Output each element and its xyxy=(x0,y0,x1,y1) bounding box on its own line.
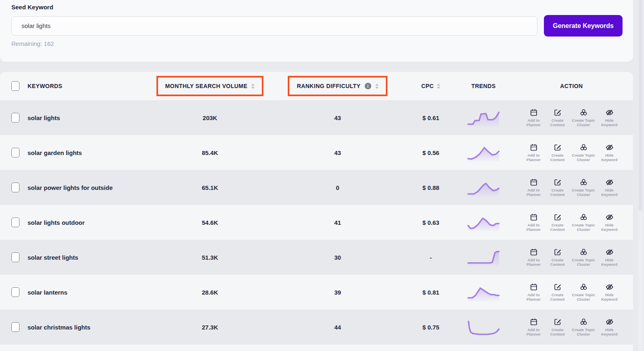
edit-icon xyxy=(554,108,562,116)
seed-keyword-label: Seed Keyword xyxy=(11,4,623,11)
create-content-button[interactable]: Create Content xyxy=(548,213,567,232)
trend-sparkline xyxy=(467,179,500,196)
add-to-planner-button[interactable]: Add to Planner xyxy=(524,143,543,162)
hide-keyword-button[interactable]: Hide Keyword xyxy=(600,213,619,232)
create-topic-cluster-button[interactable]: Create Topic Cluster xyxy=(572,248,595,267)
table-row: solar christmas lights 27.3K 44 $ 0.75 xyxy=(0,310,633,345)
edit-icon xyxy=(554,178,562,186)
keywords-table: KEYWORDS MONTHLY SEARCH VOLUME RANKING D… xyxy=(0,72,633,351)
info-icon[interactable]: i xyxy=(365,83,371,89)
table-row: solar lights outdoor 54.6K 41 $ 0.63 xyxy=(0,205,633,240)
ranking-difficulty-value: 0 xyxy=(336,184,339,191)
keyword-label: solar lights outdoor xyxy=(28,219,85,226)
eye-off-icon xyxy=(605,318,614,326)
row-checkbox[interactable] xyxy=(11,287,19,297)
row-checkbox[interactable] xyxy=(11,183,19,192)
cluster-icon xyxy=(580,213,588,221)
hide-keyword-button[interactable]: Hide Keyword xyxy=(600,143,619,162)
create-topic-cluster-button[interactable]: Create Topic Cluster xyxy=(572,283,595,302)
edit-icon xyxy=(554,318,562,326)
create-topic-cluster-button[interactable]: Create Topic Cluster xyxy=(572,178,595,197)
row-checkbox[interactable] xyxy=(11,148,19,157)
eye-off-icon xyxy=(605,213,614,221)
trend-sparkline xyxy=(467,283,500,301)
create-content-button[interactable]: Create Content xyxy=(548,283,567,302)
create-topic-cluster-button[interactable]: Create Topic Cluster xyxy=(572,108,595,127)
row-checkbox[interactable] xyxy=(11,322,19,332)
create-content-button[interactable]: Create Content xyxy=(548,318,567,337)
calendar-icon xyxy=(530,178,538,186)
monthly-search-volume-column-header[interactable]: MONTHLY SEARCH VOLUME xyxy=(156,76,264,96)
row-checkbox[interactable] xyxy=(11,217,19,227)
seed-keyword-input[interactable]: solar lights xyxy=(11,16,537,36)
add-to-planner-button[interactable]: Add to Planner xyxy=(524,178,543,197)
table-row: solar lights 203K 43 $ 0.61 xyxy=(0,100,633,135)
trend-sparkline xyxy=(467,213,500,231)
vertical-scrollbar[interactable] xyxy=(638,0,643,351)
sort-icon[interactable] xyxy=(437,84,440,89)
keyword-label: solar power lights for outside xyxy=(28,184,113,191)
edit-icon xyxy=(554,283,562,291)
ranking-difficulty-column-header[interactable]: RANKING DIFFICULTY i xyxy=(288,76,387,96)
monthly-search-volume-value: 85.4K xyxy=(202,149,218,156)
cpc-value: - xyxy=(430,254,432,261)
table-body: solar lights 203K 43 $ 0.61 xyxy=(0,100,633,345)
row-checkbox[interactable] xyxy=(11,113,19,123)
create-topic-cluster-button[interactable]: Create Topic Cluster xyxy=(572,143,595,162)
hide-keyword-button[interactable]: Hide Keyword xyxy=(600,108,619,127)
edit-icon xyxy=(554,213,562,221)
hide-keyword-button[interactable]: Hide Keyword xyxy=(600,178,619,197)
keyword-label: solar street lights xyxy=(28,254,78,261)
calendar-icon xyxy=(530,143,538,151)
monthly-search-volume-value: 27.3K xyxy=(202,324,218,331)
add-to-planner-button[interactable]: Add to Planner xyxy=(524,248,543,267)
cluster-icon xyxy=(580,178,588,186)
create-content-button[interactable]: Create Content xyxy=(548,248,567,267)
edit-icon xyxy=(554,248,562,256)
row-checkbox[interactable] xyxy=(11,252,19,262)
hide-keyword-button[interactable]: Hide Keyword xyxy=(600,248,619,267)
hide-keyword-button[interactable]: Hide Keyword xyxy=(600,283,619,302)
table-row: solar power lights for outside 65.1K 0 $… xyxy=(0,170,633,205)
add-to-planner-button[interactable]: Add to Planner xyxy=(524,283,543,302)
cluster-icon xyxy=(580,283,588,291)
monthly-search-volume-value: 28.6K xyxy=(202,289,218,296)
cpc-column-header[interactable]: CPC xyxy=(421,83,434,89)
select-all-checkbox[interactable] xyxy=(11,81,19,91)
create-content-button[interactable]: Create Content xyxy=(548,178,567,197)
monthly-search-volume-value: 54.6K xyxy=(202,219,218,226)
generate-keywords-button[interactable]: Generate Keywords xyxy=(544,15,623,37)
ranking-difficulty-value: 41 xyxy=(334,219,341,226)
calendar-icon xyxy=(530,283,538,291)
add-to-planner-button[interactable]: Add to Planner xyxy=(524,108,543,127)
create-topic-cluster-button[interactable]: Create Topic Cluster xyxy=(572,213,595,232)
ranking-difficulty-value: 30 xyxy=(334,254,341,261)
cluster-icon xyxy=(580,108,588,116)
ranking-difficulty-value: 43 xyxy=(334,149,341,156)
action-column-header: ACTION xyxy=(560,83,583,89)
sort-icon[interactable] xyxy=(251,84,255,89)
create-topic-cluster-button[interactable]: Create Topic Cluster xyxy=(572,318,595,337)
calendar-icon xyxy=(530,248,538,256)
cluster-icon xyxy=(580,318,588,326)
seed-keyword-section: Seed Keyword solar lights Generate Keywo… xyxy=(0,0,633,62)
calendar-icon xyxy=(530,108,538,116)
add-to-planner-button[interactable]: Add to Planner xyxy=(524,213,543,232)
table-row: solar lanterns 28.6K 39 $ 0.81 xyxy=(0,275,633,310)
keywords-column-header: KEYWORDS xyxy=(28,83,62,89)
edit-icon xyxy=(554,143,562,151)
add-to-planner-button[interactable]: Add to Planner xyxy=(524,318,543,337)
create-content-button[interactable]: Create Content xyxy=(548,143,567,162)
eye-off-icon xyxy=(605,143,614,151)
eye-off-icon xyxy=(605,283,614,291)
trend-sparkline xyxy=(467,318,500,336)
cpc-value: $ 0.75 xyxy=(422,324,439,331)
sort-icon[interactable] xyxy=(375,84,379,89)
trend-sparkline xyxy=(467,109,500,127)
ranking-difficulty-value: 43 xyxy=(334,114,341,121)
table-header-row: KEYWORDS MONTHLY SEARCH VOLUME RANKING D… xyxy=(0,72,633,100)
create-content-button[interactable]: Create Content xyxy=(548,108,567,127)
scrollbar-thumb[interactable] xyxy=(639,0,642,211)
calendar-icon xyxy=(530,318,538,326)
hide-keyword-button[interactable]: Hide Keyword xyxy=(600,318,619,337)
